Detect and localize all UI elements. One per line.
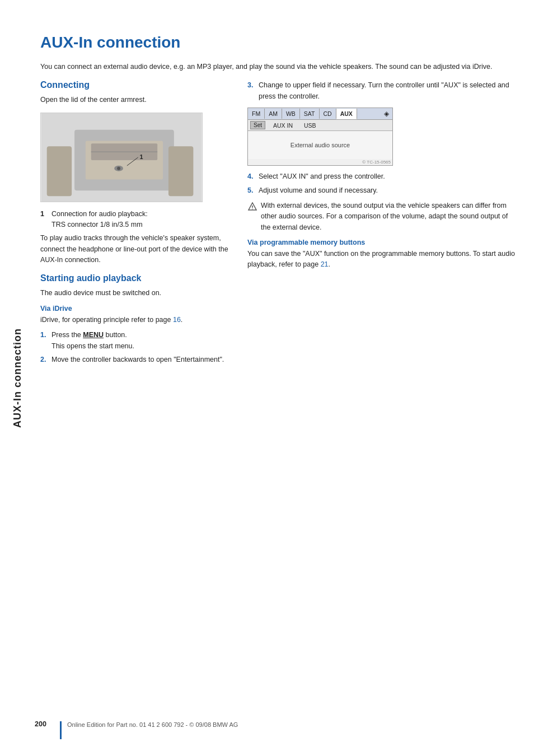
svg-rect-10 <box>168 146 193 196</box>
item-num: 1 <box>40 209 48 230</box>
starting-text: The audio device must be switched on. <box>40 288 231 298</box>
svg-rect-9 <box>47 146 72 196</box>
sidebar-text: AUX-In connection <box>12 328 24 428</box>
intro-text: You can connect an external audio device… <box>40 62 517 72</box>
tab-am[interactable]: AM <box>265 109 282 119</box>
numbered-item-1: 1 Connection for audio playback:TRS conn… <box>40 209 231 230</box>
via-idrive-heading: Via iDrive <box>40 305 231 312</box>
two-col-layout: Connecting Open the lid of the center ar… <box>40 80 517 722</box>
footer-text: Online Edition for Part no. 01 41 2 600 … <box>67 721 238 728</box>
tab-cd[interactable]: CD <box>320 109 336 119</box>
step-3-num: 3. <box>247 80 255 102</box>
controller-icon: ◈ <box>381 108 392 119</box>
step-5: 5. Adjust volume and sound if necessary. <box>247 185 517 196</box>
step-1: 1. Press the MENU button.This opens the … <box>40 330 231 352</box>
tab-sat[interactable]: SAT <box>300 109 320 119</box>
page-title: AUX-In connection <box>40 34 517 52</box>
via-programmable-heading: Via programmable memory buttons <box>247 239 517 246</box>
page-footer: 200 Online Edition for Part no. 01 41 2 … <box>35 720 534 739</box>
connecting-heading: Connecting <box>40 80 231 90</box>
car-interior-svg: 1 <box>41 113 202 202</box>
tab-fm[interactable]: FM <box>248 109 265 119</box>
step-2-num: 2. <box>40 354 48 365</box>
connecting-text: Open the lid of the center armrest. <box>40 95 231 105</box>
svg-point-6 <box>117 167 120 170</box>
footer-line <box>60 721 62 739</box>
submenu-aux-in[interactable]: AUX IN <box>268 120 298 130</box>
step-4-num: 4. <box>247 171 255 182</box>
step-4: 4. Select "AUX IN" and press the control… <box>247 171 517 182</box>
ui-tab-bar: FM AM WB SAT CD AUX ◈ <box>248 108 392 120</box>
step-3: 3. Change to upper field if necessary. T… <box>247 80 517 102</box>
via-idrive-link[interactable]: 16 <box>173 316 181 324</box>
item-desc: To play audio tracks through the vehicle… <box>40 233 231 265</box>
set-button[interactable]: Set <box>250 121 265 129</box>
programmable-link[interactable]: 21 <box>321 260 329 268</box>
page-number: 200 <box>35 720 60 728</box>
via-programmable-text: You can save the "AUX" function on the p… <box>247 249 517 270</box>
tab-wb[interactable]: WB <box>282 109 300 119</box>
svg-point-13 <box>252 208 252 209</box>
menu-label: MENU <box>83 331 104 339</box>
col-left: Connecting Open the lid of the center ar… <box>40 80 231 722</box>
page-container: AUX-In connection AUX-In connection You … <box>0 0 534 756</box>
step-5-num: 5. <box>247 185 255 196</box>
step-5-text: Adjust volume and sound if necessary. <box>259 185 378 196</box>
note-text: With external devices, the sound output … <box>261 200 517 233</box>
main-content: AUX-In connection You can connect an ext… <box>35 0 534 756</box>
ui-body: External audio source <box>248 131 392 159</box>
submenu-usb[interactable]: USB <box>298 120 322 130</box>
step-1-num: 1. <box>40 330 48 352</box>
ui-submenu-bar: Set AUX IN USB <box>248 120 392 131</box>
step-1-text: Press the MENU button.This opens the sta… <box>51 330 134 352</box>
tab-aux[interactable]: AUX <box>336 109 357 119</box>
starting-heading: Starting audio playback <box>40 273 231 283</box>
step-3-text: Change to upper field if necessary. Turn… <box>259 80 517 102</box>
step-2-text: Move the controller backwards to open "E… <box>51 354 224 365</box>
step-4-text: Select "AUX IN" and press the controller… <box>259 171 385 182</box>
ui-watermark: © TC-15-0565 <box>248 159 392 165</box>
col-right: 3. Change to upper field if necessary. T… <box>247 80 517 722</box>
note-icon <box>247 201 257 211</box>
svg-text:1: 1 <box>140 153 143 160</box>
sidebar-label: AUX-In connection <box>0 0 35 756</box>
step-2: 2. Move the controller backwards to open… <box>40 354 231 365</box>
car-image: 1 <box>40 113 203 202</box>
item-label: Connection for audio playback:TRS connec… <box>51 209 148 230</box>
ui-screenshot: FM AM WB SAT CD AUX ◈ Set AUX IN USB <box>247 108 393 166</box>
via-idrive-text: iDrive, for operating principle refer to… <box>40 315 231 325</box>
external-audio-label: External audio source <box>291 142 350 148</box>
note-block: With external devices, the sound output … <box>247 200 517 233</box>
